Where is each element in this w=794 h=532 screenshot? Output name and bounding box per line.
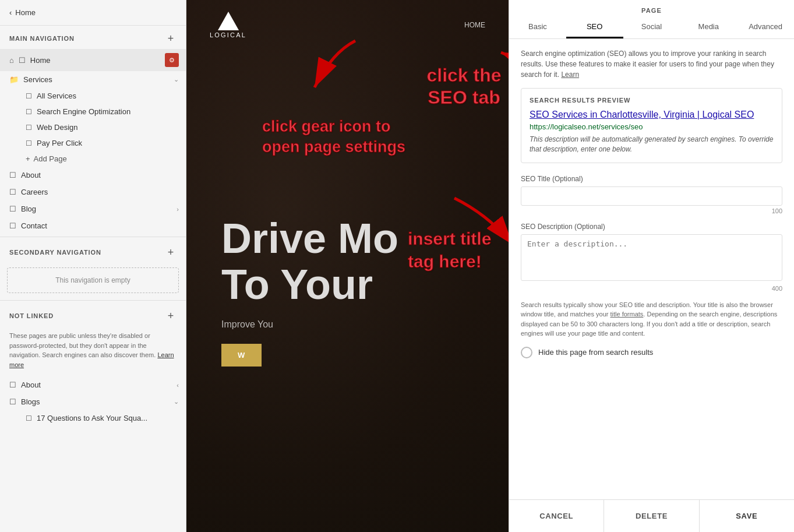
seo-bottom-info: Search results typically show your SEO t… <box>521 300 782 339</box>
contact-folder-icon: ☐ <box>9 221 16 230</box>
sidebar: ‹ Home MAIN NAVIGATION + ⌂ ☐ Home ⚙ 📁 Se… <box>0 0 186 532</box>
secondary-nav-header: SECONDARY NAVIGATION + <box>0 239 186 263</box>
services-folder-icon: 📁 <box>9 75 19 84</box>
nav-sub-item-all-services[interactable]: ☐ All Services <box>0 88 186 104</box>
seo-learn-link[interactable]: Learn <box>561 71 579 79</box>
preview-hero: Drive MoTo Your Improve You W <box>186 50 509 532</box>
17q-doc-icon: ☐ <box>26 414 32 422</box>
back-label[interactable]: Home <box>15 8 36 17</box>
hide-search-toggle[interactable] <box>521 347 532 358</box>
tab-social[interactable]: Social <box>623 16 680 38</box>
nav-item-contact[interactable]: ☐ Contact <box>0 217 186 234</box>
not-linked-description: These pages are public unless they're di… <box>0 326 186 376</box>
preview-nav: HOME <box>464 21 485 29</box>
about-nl-chevron-icon: ‹ <box>177 382 179 389</box>
not-linked-label: NOT LINKED <box>9 312 54 319</box>
nav-item-about[interactable]: ☐ About <box>0 167 186 184</box>
seo-desc-field-group: SEO Description (Optional) 400 <box>521 223 782 292</box>
blog-chevron-icon: › <box>177 206 179 213</box>
nav-sub-item-17-questions[interactable]: ☐ 17 Questions to Ask Your Squa... <box>0 410 186 426</box>
tab-basic[interactable]: Basic <box>509 16 566 38</box>
main-nav-header: MAIN NAVIGATION + <box>0 26 186 49</box>
not-linked-header: NOT LINKED + <box>0 303 186 326</box>
empty-nav-message: This navigation is empty <box>7 267 179 293</box>
nav-sub-label-17q: 17 Questions to Ask Your Squa... <box>37 414 147 422</box>
seo-title-label: SEO Title (Optional) <box>521 175 782 183</box>
preview-header: LOGICAL HOME <box>186 0 509 50</box>
seo-desc-label: SEO Description (Optional) <box>521 223 782 231</box>
services-chevron-icon: ⌄ <box>174 76 179 83</box>
nav-item-home-label: Home <box>30 56 160 65</box>
careers-folder-icon: ☐ <box>9 188 16 196</box>
blogs-nl-chevron-icon: ⌄ <box>174 398 179 406</box>
all-services-doc-icon: ☐ <box>26 92 32 100</box>
main-nav-add-button[interactable]: + <box>165 33 177 44</box>
hero-cta-button[interactable]: W <box>221 344 262 367</box>
ppc-doc-icon: ☐ <box>26 139 32 147</box>
add-page-button[interactable]: + Add Page <box>0 151 186 167</box>
seo-title-input[interactable] <box>521 186 782 206</box>
nav-item-blogs-not-linked[interactable]: ☐ Blogs ⌄ <box>0 393 186 410</box>
nav-item-blog[interactable]: ☐ Blog › <box>0 200 186 217</box>
search-preview-label: Search Results Preview <box>530 97 774 104</box>
seo-title-counter: 100 <box>521 207 782 214</box>
nav-sub-label-web-design: Web Design <box>37 123 78 132</box>
about-folder-icon: ☐ <box>9 171 16 179</box>
back-chevron-icon: ‹ <box>9 8 12 17</box>
search-preview-desc: This description will be automatically g… <box>530 135 774 154</box>
nav-item-blogs-nl-label: Blogs <box>21 397 169 406</box>
seo-doc-icon: ☐ <box>26 108 32 116</box>
nav-item-contact-label: Contact <box>21 221 179 230</box>
add-page-label: Add Page <box>34 154 67 163</box>
nav-sub-item-web-design[interactable]: ☐ Web Design <box>0 119 186 135</box>
search-results-preview-card: Search Results Preview SEO Services in C… <box>521 88 782 163</box>
nav-sub-label-ppc: Pay Per Click <box>37 139 82 147</box>
nav-item-about-label: About <box>21 171 179 179</box>
secondary-nav-add-button[interactable]: + <box>165 246 177 258</box>
seo-intro-text: Search engine optimization (SEO) allows … <box>521 48 782 80</box>
search-preview-url: https://logicalseo.net/services/seo <box>530 122 774 131</box>
nav-item-careers[interactable]: ☐ Careers <box>0 184 186 200</box>
nav-sub-item-seo[interactable]: ☐ Search Engine Optimization <box>0 104 186 119</box>
logo-text: LOGICAL <box>210 31 246 38</box>
title-formats-link[interactable]: title formats <box>610 311 643 318</box>
preview-logo: LOGICAL <box>210 12 246 38</box>
seo-title-field-group: SEO Title (Optional) 100 <box>521 175 782 214</box>
save-button[interactable]: SAVE <box>700 500 794 532</box>
preview-nav-home: HOME <box>464 21 485 29</box>
nav-item-about-nl-label: About <box>21 380 172 389</box>
seo-desc-counter: 400 <box>521 285 782 292</box>
secondary-nav-label: SECONDARY NAVIGATION <box>9 249 101 256</box>
folder-icon: ☐ <box>19 56 26 65</box>
nav-item-careers-label: Careers <box>21 188 179 196</box>
nav-item-home[interactable]: ⌂ ☐ Home ⚙ <box>0 49 186 71</box>
add-page-plus-icon: + <box>26 154 30 163</box>
panel-body: Search engine optimization (SEO) allows … <box>509 39 794 499</box>
hero-subtext: Improve You <box>221 319 273 330</box>
nav-item-about-not-linked[interactable]: ☐ About ‹ <box>0 376 186 393</box>
nav-item-services[interactable]: 📁 Services ⌄ <box>0 71 186 88</box>
preview-background: LOGICAL HOME Drive MoTo Your Improve You… <box>186 0 509 532</box>
about-nl-folder-icon: ☐ <box>9 380 16 389</box>
not-linked-add-button[interactable]: + <box>165 310 177 322</box>
home-gear-button[interactable]: ⚙ <box>165 53 179 67</box>
tab-media[interactable]: Media <box>680 16 737 38</box>
delete-button[interactable]: DELETE <box>604 500 699 532</box>
hide-from-search-row: Hide this page from search results <box>521 347 782 358</box>
nav-sub-label-all-services: All Services <box>37 91 76 100</box>
preview-area: LOGICAL HOME Drive MoTo Your Improve You… <box>186 0 509 532</box>
cancel-button[interactable]: CANCEL <box>509 500 604 532</box>
panel-title: PAGE <box>509 0 794 14</box>
hero-headline: Drive MoTo Your <box>221 216 398 308</box>
home-page-icon: ⌂ <box>9 56 14 65</box>
seo-desc-textarea[interactable] <box>521 234 782 281</box>
hide-search-label: Hide this page from search results <box>538 348 653 357</box>
nav-sub-item-ppc[interactable]: ☐ Pay Per Click <box>0 135 186 151</box>
blogs-nl-folder-icon: ☐ <box>9 397 16 406</box>
logo-triangle-icon <box>218 12 239 30</box>
nav-item-services-label: Services <box>23 75 169 84</box>
tab-advanced[interactable]: Advanced <box>737 16 794 38</box>
blog-folder-icon: ☐ <box>9 205 16 213</box>
tab-seo[interactable]: SEO <box>566 16 623 38</box>
sidebar-back[interactable]: ‹ Home <box>0 0 186 26</box>
